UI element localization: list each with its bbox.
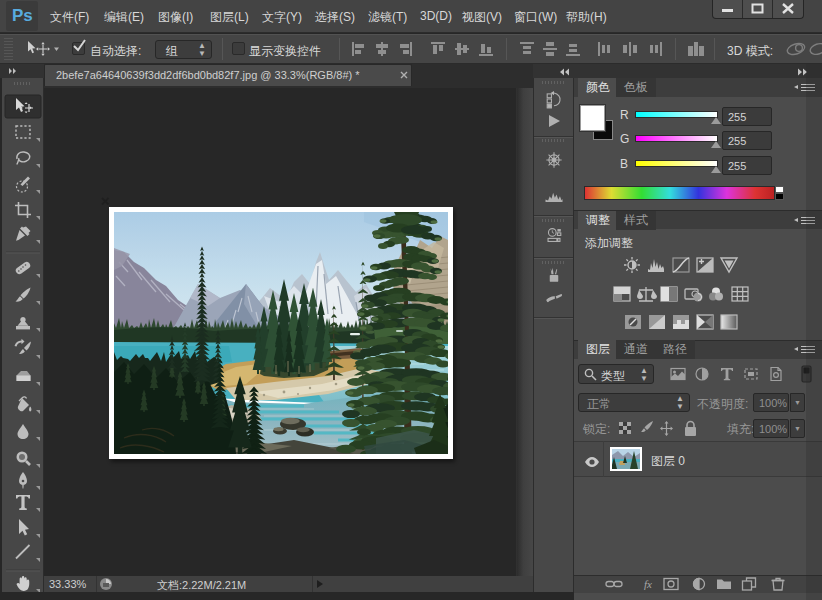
svg-text:fx: fx [644, 578, 652, 590]
